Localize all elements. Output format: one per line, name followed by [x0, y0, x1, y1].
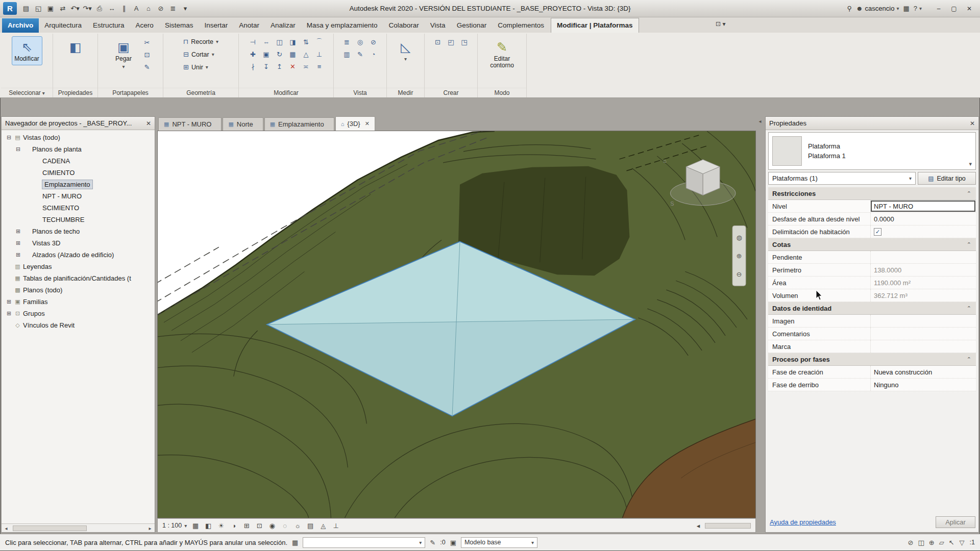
cut-profile-icon[interactable]: ▥: [344, 51, 350, 58]
measure-icon[interactable]: ↔: [106, 2, 118, 15]
section-collapse-icon[interactable]: ⌃: [967, 305, 976, 312]
tree-item[interactable]: ▦ Tablas de planificación/Cantidades (t: [2, 272, 155, 284]
tab-vista[interactable]: Vista: [425, 18, 451, 33]
trim-extend-icon[interactable]: ⊥: [316, 51, 322, 58]
viewport-scrollbar-thumb[interactable]: [705, 523, 751, 529]
zoom-in-icon[interactable]: ⊕: [737, 252, 742, 260]
sync-with-central-icon[interactable]: ⇄: [57, 2, 69, 15]
tab-acero[interactable]: Acero: [130, 18, 159, 33]
copy-to-clipboard-icon[interactable]: ⊡: [141, 49, 153, 60]
close-button[interactable]: ✕: [962, 2, 977, 15]
scroll-left-icon[interactable]: ◂: [2, 525, 11, 531]
pin-icon[interactable]: ↧: [263, 63, 269, 70]
mirror-draw-axis-icon[interactable]: ◨: [289, 38, 296, 46]
scale-button[interactable]: 1 : 100▾: [162, 522, 187, 529]
reveal-hidden-elements-icon[interactable]: ☼: [293, 522, 302, 530]
tab-gestionar[interactable]: Gestionar: [451, 18, 493, 33]
tree-item[interactable]: Emplazamiento: [2, 179, 155, 190]
property-value[interactable]: [870, 340, 976, 353]
panel-label-seleccionar[interactable]: Seleccionar▾: [1, 88, 53, 97]
project-browser-header[interactable]: Navegador de proyectos - _BASE_PROY... ✕: [2, 117, 155, 130]
match-properties-icon[interactable]: ≡: [317, 63, 322, 70]
tree-item[interactable]: TECHUMBRE: [2, 214, 155, 226]
analytical-model-icon[interactable]: ◬: [318, 522, 328, 530]
mirror-pick-axis-icon[interactable]: ◫: [276, 38, 282, 46]
scrollbar-thumb[interactable]: [13, 525, 87, 531]
tab-estructura[interactable]: Estructura: [87, 18, 130, 33]
property-value[interactable]: Ninguno: [870, 379, 976, 391]
shadows-icon[interactable]: ◑: [229, 522, 238, 530]
minimize-button[interactable]: –: [931, 2, 946, 15]
search-icon[interactable]: ⚲: [847, 5, 852, 12]
split-element-icon[interactable]: ∤: [251, 63, 255, 70]
tree-item[interactable]: ⊞ Planos de techo: [2, 226, 155, 237]
tab-analizar[interactable]: Analizar: [265, 18, 301, 33]
move-icon[interactable]: ✚: [250, 51, 256, 58]
panel-label-modo[interactable]: Modo: [478, 88, 526, 97]
property-row[interactable]: Pendiente: [768, 251, 976, 264]
maximize-button[interactable]: ▢: [946, 2, 962, 15]
temporary-hide-isolate-icon[interactable]: ◌: [280, 522, 289, 530]
chevron-down-icon[interactable]: ▾: [969, 161, 972, 167]
filter-icon[interactable]: ▽: [960, 539, 965, 546]
property-row[interactable]: Marca: [768, 340, 976, 353]
editar-contorno-button[interactable]: ✎ Editar contorno: [487, 36, 518, 72]
save-icon[interactable]: ▣: [44, 2, 57, 15]
zoom-out-icon[interactable]: ⊖: [737, 270, 742, 278]
tree-item[interactable]: ⊟ Planos de planta: [2, 143, 155, 155]
scroll-right-icon[interactable]: ▸: [145, 525, 155, 531]
property-value[interactable]: [870, 315, 976, 327]
property-row[interactable]: Cotas ⌃: [768, 238, 976, 251]
view-tab-emplazamiento[interactable]: ▦ Emplazamiento: [264, 117, 334, 131]
tab-archivo[interactable]: Archivo: [2, 18, 39, 33]
close-icon[interactable]: ✕: [146, 120, 151, 127]
undo-icon[interactable]: ↶▾: [69, 2, 81, 15]
tree-item[interactable]: ◇ Vínculos de Revit: [2, 319, 155, 331]
navigation-bar[interactable]: ◍ ⊕ ⊖: [732, 226, 746, 286]
user-dropdown-icon[interactable]: ▾: [896, 6, 899, 11]
tree-item[interactable]: ▩ Planos (todo): [2, 284, 155, 296]
offset-icon[interactable]: ⇔: [263, 38, 270, 46]
array-icon[interactable]: ▦: [289, 51, 296, 58]
revit-logo[interactable]: R: [3, 2, 17, 15]
create-similar-icon[interactable]: ⊡: [435, 38, 440, 46]
property-row[interactable]: Datos de identidad ⌃: [768, 302, 976, 315]
property-row[interactable]: Proceso por fases ⌃: [768, 353, 976, 366]
section-collapse-icon[interactable]: ⌃: [967, 241, 976, 248]
worksets-dropdown[interactable]: ▾: [303, 537, 425, 548]
tree-expander[interactable]: ⊞: [15, 240, 21, 246]
property-value[interactable]: 362.712 m³: [870, 289, 976, 302]
show-crop-region-icon[interactable]: ⊡: [255, 522, 264, 530]
section-collapse-icon[interactable]: ⌃: [967, 356, 976, 363]
unpin-icon[interactable]: ↥: [277, 63, 282, 70]
edit-type-button[interactable]: ▤ Editar tipo: [918, 172, 976, 185]
property-row[interactable]: Fase de creación Nueva construcción: [768, 366, 976, 379]
property-row[interactable]: Área 1190.000 m²: [768, 277, 976, 289]
3d-viewport-canvas[interactable]: S ⌂ ◍ ⊕ ⊖: [158, 131, 755, 518]
tree-item[interactable]: CADENA: [2, 155, 155, 167]
default-3d-view-icon[interactable]: ⌂: [142, 2, 155, 15]
property-row[interactable]: Nivel NPT - MURO: [768, 200, 976, 213]
tree-item[interactable]: ▥ Leyendas: [2, 261, 155, 272]
match-type-properties-icon[interactable]: ✎: [141, 62, 153, 72]
navigation-wheel-icon[interactable]: ◍: [736, 234, 742, 241]
browser-horizontal-scrollbar[interactable]: ◂ ▸: [2, 523, 155, 532]
tree-expander[interactable]: ⊞: [6, 310, 12, 317]
render-icon[interactable]: ◔: [372, 51, 376, 58]
viewport-scroll-left-icon[interactable]: ◂: [694, 522, 703, 530]
property-value[interactable]: Nueva construcción: [870, 366, 976, 378]
file-document-icon[interactable]: ▤: [20, 2, 32, 15]
join-geometry-button[interactable]: ⊞ Unir ▾: [181, 61, 220, 73]
tree-expander[interactable]: ⊞: [15, 252, 21, 258]
tab-sistemas[interactable]: Sistemas: [159, 18, 199, 33]
view-tab-norte[interactable]: ▦ Norte: [223, 117, 263, 131]
open-icon[interactable]: ◱: [32, 2, 44, 15]
remove-hidden-lines-icon[interactable]: ⊘: [371, 38, 376, 46]
pegar-button[interactable]: ▣ Pegar ▾: [108, 36, 139, 73]
type-selector[interactable]: Plataforma Plataforma 1 ▾: [768, 132, 976, 170]
reveal-constraints-icon[interactable]: ⊥: [331, 522, 340, 530]
property-row[interactable]: Volumen 362.712 m³: [768, 289, 976, 302]
crop-view-icon[interactable]: ⊞: [242, 522, 251, 530]
lock-3d-view-icon[interactable]: ◉: [267, 522, 277, 530]
property-row[interactable]: Desfase de altura desde nivel 0.0000: [768, 213, 976, 226]
